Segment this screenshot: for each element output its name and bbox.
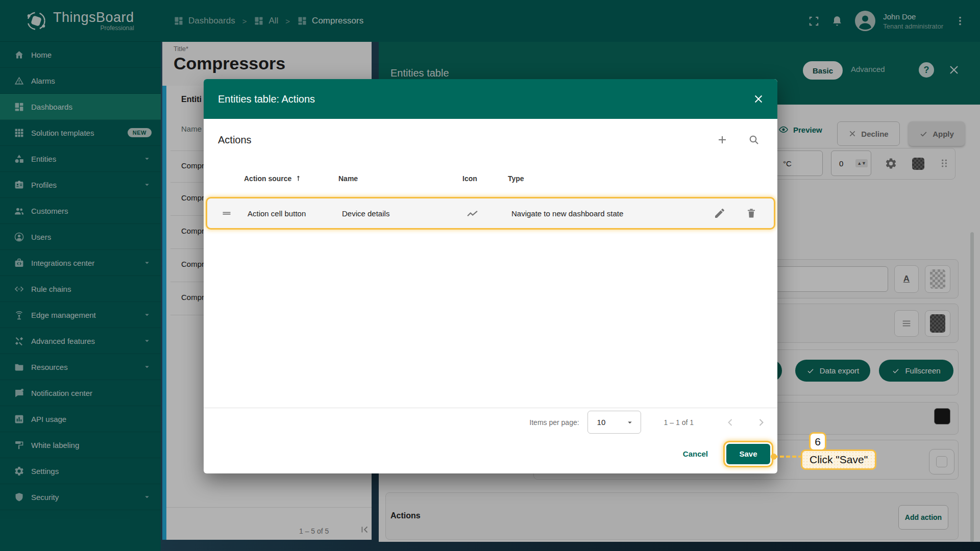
save-button-highlight: Save [723, 441, 773, 467]
action-type-cell: Navigate to new dashboard state [511, 209, 714, 218]
dialog-title: Entities table: Actions [218, 93, 315, 105]
page-range-label: 1 – 1 of 1 [664, 418, 694, 427]
actions-toolbar: Actions [204, 119, 777, 161]
items-per-page-label: Items per page: [529, 418, 579, 427]
timeline-icon [466, 207, 511, 220]
dialog-paginator: Items per page: 10 1 – 1 of 1 [204, 408, 777, 436]
action-row-highlighted[interactable]: Action cell button Device details Naviga… [206, 197, 775, 230]
actions-section-title: Actions [218, 134, 252, 146]
annotation-connector [774, 456, 802, 458]
action-name-cell: Device details [342, 209, 466, 218]
select-caret-icon [625, 418, 634, 427]
column-action-source[interactable]: Action source [244, 174, 338, 183]
column-type[interactable]: Type [508, 174, 717, 183]
column-name[interactable]: Name [338, 174, 462, 183]
action-source-cell: Action cell button [248, 209, 342, 218]
thingsboard-app: ThingsBoard Professional Home Alarms Das… [0, 0, 980, 551]
edit-pencil-icon[interactable] [714, 207, 726, 219]
delete-trash-icon[interactable] [745, 207, 757, 219]
drag-handle-icon[interactable] [222, 208, 248, 218]
annotation-label: Click "Save" [801, 449, 876, 470]
next-page-icon[interactable] [755, 416, 767, 429]
dialog-header: Entities table: Actions [204, 79, 777, 119]
page-size-select[interactable]: 10 [587, 411, 641, 434]
previous-page-icon[interactable] [724, 416, 737, 429]
save-button[interactable]: Save [726, 444, 770, 464]
dialog-close-icon[interactable] [753, 93, 764, 105]
cancel-button[interactable]: Cancel [672, 444, 719, 463]
add-action-icon[interactable] [716, 134, 728, 146]
entities-table-actions-dialog: Entities table: Actions Actions Action s… [204, 79, 777, 473]
column-icon[interactable]: Icon [462, 174, 508, 183]
actions-table-header: Action source Name Icon Type [204, 161, 777, 196]
search-icon[interactable] [748, 134, 760, 146]
annotation-step-badge: 6 [809, 432, 826, 451]
sort-asc-icon [295, 174, 302, 182]
dialog-footer: Cancel Save [204, 436, 777, 473]
